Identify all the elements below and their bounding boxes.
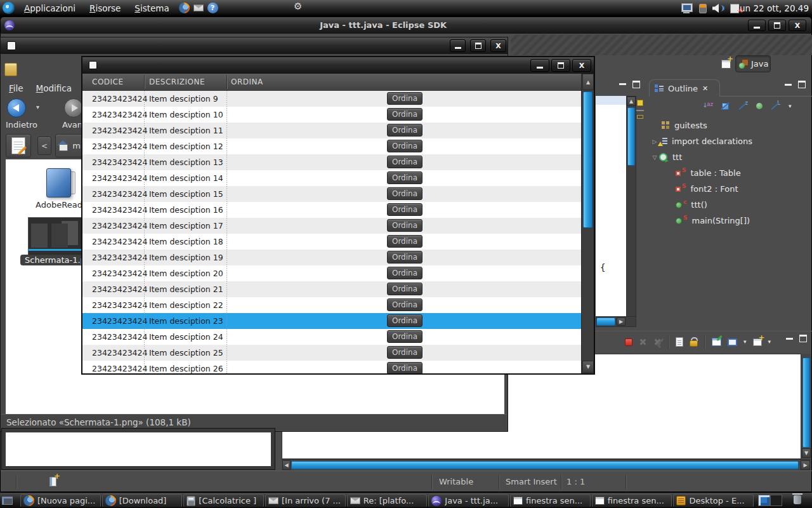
perspective-button-java[interactable]: Java [735,55,771,72]
view-minimize-icon[interactable] [785,84,792,86]
warning-marker[interactable] [637,100,643,106]
chevron-down-icon[interactable]: ▾ [768,339,771,345]
ordina-button[interactable]: Ordina [387,156,422,168]
sort-icon[interactable] [702,102,712,111]
blank-window[interactable] [1,428,275,470]
outline-item[interactable]: Stable : Table [650,165,810,181]
scrollbar-thumb[interactable] [291,461,799,469]
console-hscrollbar[interactable]: ◀ ▶ [282,459,811,471]
show-desktop-button[interactable] [2,495,13,507]
close-button[interactable]: X [490,39,506,52]
trash-applet[interactable] [794,495,801,507]
ordina-button[interactable]: Ordina [387,267,422,279]
table-row[interactable]: 23423423424Item desciption 21Ordina [82,281,581,297]
scrollbar-thumb[interactable] [583,91,593,228]
gnome-menu-icon[interactable] [3,2,15,14]
ordina-button[interactable]: Ordina [387,108,422,121]
ordina-button[interactable]: Ordina [387,203,422,216]
table-vscrollbar[interactable]: ▲ ▼ [581,74,594,373]
taskbar-item[interactable]: Re: [platfo... [347,494,428,507]
table-row[interactable]: 23423423424Item desciption 12Ordina [82,138,581,154]
taskbar-item[interactable]: finestra sen... [592,494,672,507]
table-row[interactable]: 23423423424Item desciption 16Ordina [82,202,581,218]
editor-maximize-icon[interactable] [632,81,640,88]
ordina-button[interactable]: Ordina [387,140,422,152]
taskbar-item[interactable]: finestra sen... [510,494,591,507]
workspace-2[interactable] [770,495,782,506]
remove-all-launches-icon[interactable] [653,338,662,346]
table-row[interactable]: 23423423424Item desciption 22Ordina [82,297,581,313]
table-row[interactable]: 23423423424Item desciption 14Ordina [82,170,581,186]
fm-menu-modifica[interactable]: Modifica [33,82,75,95]
hide-fields-icon[interactable] [721,102,730,110]
hide-nonpublic-icon[interactable] [756,103,763,109]
overview-ruler[interactable] [636,96,645,327]
console-maximize-icon[interactable] [799,335,807,342]
outline-item[interactable]: Smain(String[]) [650,213,810,229]
scrollbar-thumb[interactable] [596,318,615,326]
ordina-button[interactable]: Ordina [387,251,422,264]
expander-icon[interactable]: ▽ [650,154,659,161]
clear-console-icon[interactable] [676,337,683,347]
back-button[interactable] [7,98,26,120]
collapse-button[interactable]: < [37,137,51,155]
close-button[interactable]: X [572,59,591,72]
column-header-ordina[interactable]: ORDINA [231,77,263,86]
workspace-switcher[interactable] [758,495,782,506]
taskbar-item[interactable]: Desktop - E... [673,494,754,507]
notes-icon[interactable] [4,63,17,76]
outline-item[interactable]: Sfont2 : Font [650,181,810,197]
pin-console-icon[interactable] [712,338,721,346]
workspace-1[interactable] [758,495,770,506]
maximize-button[interactable] [470,39,486,52]
view-menu-icon[interactable]: ▾ [789,104,792,109]
hide-local-types-icon[interactable] [771,102,780,110]
scroll-lock-icon[interactable] [690,337,698,347]
menu-sistema[interactable]: Sistema [128,0,176,16]
help-icon[interactable]: ? [207,3,218,13]
ordina-button[interactable]: Ordina [387,219,422,232]
menu-risorse[interactable]: Risorse [82,0,128,16]
hide-static-icon[interactable] [738,102,748,110]
forward-button[interactable] [64,98,83,120]
ordina-button[interactable]: Ordina [387,346,422,359]
column-header-codice[interactable]: CODICE [92,77,124,86]
ordina-button[interactable]: Ordina [387,283,422,295]
column-header-descrizione[interactable]: DESCRIZIONE [149,77,205,86]
range-marker[interactable] [637,115,643,119]
battery-icon[interactable] [699,4,707,13]
editor-area[interactable]: { [596,96,626,327]
outline-item[interactable]: ▷import declarations [650,133,810,149]
fast-view-icon[interactable] [49,477,56,486]
fm-menu-file[interactable]: File [6,82,27,95]
file-manager-titlebar[interactable]: X [1,37,508,54]
ordina-button[interactable]: Ordina [387,362,422,373]
taskbar-item[interactable]: [In arrivo (7 ... [265,494,346,507]
table-row[interactable]: 23423423424Item desciption 10Ordina [82,107,581,123]
monitor-icon[interactable] [681,3,693,13]
outline-item[interactable]: guitests [650,117,810,133]
console-minimize-icon[interactable] [786,338,793,340]
table-row[interactable]: 23423423424Item desciption 17Ordina [82,218,581,234]
display-console-icon[interactable] [728,338,737,346]
ordina-button[interactable]: Ordina [387,314,422,327]
table-row[interactable]: 23423423424Item desciption 11Ordina [82,123,581,138]
taskbar-item[interactable]: [Download] [102,494,183,507]
maximize-button[interactable] [768,20,786,31]
firefox-icon[interactable] [179,3,190,13]
table-row[interactable]: 23423423424Item desciption 15Ordina [82,186,581,202]
scroll-right-icon[interactable]: ▶ [801,460,810,470]
table-row[interactable]: 23423423424Item desciption 25Ordina [82,345,581,361]
scroll-right-icon[interactable]: ▶ [617,318,625,326]
open-console-icon[interactable] [753,338,762,346]
ordina-button[interactable]: Ordina [387,92,422,105]
screenshot-thumbnail[interactable] [28,217,83,255]
scroll-down-icon[interactable]: ▼ [802,448,811,458]
table-row[interactable]: 23423423424Item desciption 19Ordina [82,250,581,265]
minimize-button[interactable] [450,39,466,52]
scroll-down-icon[interactable]: ▼ [582,361,594,373]
table-row[interactable]: 23423423424Item desciption 20Ordina [82,265,581,281]
taskbar-item[interactable]: [Nuova pagi... [20,494,101,507]
ordina-button[interactable]: Ordina [387,187,422,200]
ordina-button[interactable]: Ordina [387,298,422,311]
